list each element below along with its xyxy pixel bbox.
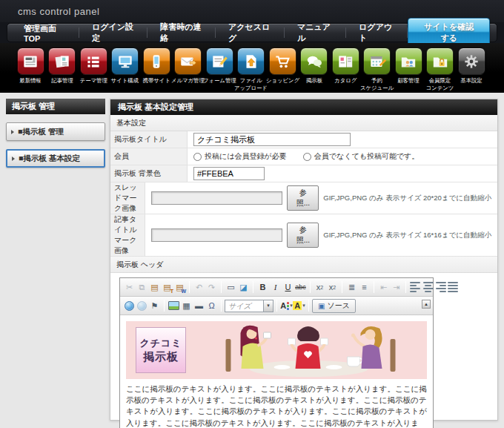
- source-icon: ▣: [318, 302, 325, 310]
- align-center-button[interactable]: [422, 281, 434, 294]
- mobile-phone-icon: [143, 47, 170, 75]
- italic-button[interactable]: I: [269, 281, 282, 294]
- nav-trouble-contact[interactable]: 障害時の連絡: [147, 22, 215, 44]
- iconbar-item-catalog[interactable]: カタログ: [330, 47, 362, 93]
- locked-folder-icon: [426, 47, 454, 75]
- iconbar-item-file-upload[interactable]: ファイルアップロード: [236, 47, 268, 93]
- chevron-down-icon[interactable]: ▾: [263, 300, 273, 312]
- iconbar-item-articles[interactable]: 記事管理: [47, 47, 79, 93]
- title-field-label: 掲示板タイトル: [110, 131, 188, 148]
- anchor-button[interactable]: ⚑: [148, 300, 161, 312]
- iconbar-item-forms[interactable]: フォーム管理: [204, 47, 236, 93]
- calendar-icon: [363, 47, 391, 75]
- member-required-radio[interactable]: [193, 153, 202, 161]
- title-mark-label: 記事タイトルマーク画像: [110, 214, 145, 256]
- unlink-button[interactable]: [136, 300, 148, 312]
- app-title: cms control panel: [18, 6, 99, 17]
- iconbar-item-mobile-site[interactable]: 携帯サイト: [141, 47, 173, 93]
- sidebar-item-bbs-manage[interactable]: ■掲示板 管理: [6, 122, 105, 141]
- unordered-list-button[interactable]: ≡: [358, 281, 371, 294]
- main-panel: 掲示板 基本設定管理 基本設定 掲示板タイトル 会員 投稿には会員登録が必要 会…: [110, 99, 498, 421]
- bbs-header-text[interactable]: ここに掲示板のテキストが入ります。ここに掲示板のテキストが入ります。ここに掲示板…: [126, 383, 427, 428]
- bbs-title-input[interactable]: [193, 133, 351, 146]
- catalog-icon: [332, 47, 359, 75]
- superscript-button[interactable]: x2: [326, 281, 339, 294]
- nav-login-settings[interactable]: ログイン設定: [79, 22, 147, 44]
- iconbar-item-themes[interactable]: テーマ管理: [78, 47, 110, 93]
- nav-manual[interactable]: マニュアル: [285, 22, 345, 44]
- source-button[interactable]: ▣ソース: [312, 299, 356, 313]
- member-not-required-label: 会員でなくても投稿可能です。: [314, 151, 420, 162]
- member-not-required-radio[interactable]: [303, 153, 311, 161]
- horizontal-rule-button[interactable]: ▬: [193, 300, 205, 312]
- paste-text-icon[interactable]: ▤T: [161, 281, 173, 294]
- bold-button[interactable]: B: [256, 281, 269, 294]
- bgcolor-input[interactable]: [193, 167, 265, 180]
- paste-icon[interactable]: ▤: [148, 281, 161, 294]
- bgcolor-field-label: 掲示板 背景色: [110, 165, 188, 182]
- underline-button[interactable]: U: [282, 281, 294, 294]
- thread-mark-label: スレッドマーク画像: [110, 182, 145, 214]
- title-mark-browse-button[interactable]: 参照...: [287, 223, 319, 248]
- link-button[interactable]: [123, 300, 136, 312]
- title-mark-note: GIF,JPG,PNG のみ 表示サイズ 16*16までに自動縮小: [323, 231, 491, 240]
- iconbar-item-customers[interactable]: 顧客管理: [393, 47, 425, 93]
- thread-mark-browse-button[interactable]: 参照...: [287, 185, 319, 211]
- member-field-label: 会員: [110, 148, 188, 165]
- align-right-button[interactable]: [434, 281, 447, 294]
- ordered-list-button[interactable]: ≣: [345, 281, 358, 294]
- remove-format-icon[interactable]: ◪: [237, 281, 250, 294]
- bg-color-button[interactable]: A▾: [293, 300, 305, 312]
- form-row-member: 会員 投稿には会員登録が必要 会員でなくても投稿可能です。: [110, 148, 497, 165]
- sidebar-title: 掲示板 管理: [6, 99, 105, 114]
- title-mark-file-field[interactable]: [151, 228, 282, 242]
- outdent-button[interactable]: ⇤: [377, 281, 390, 294]
- sidebar-item-bbs-basic-settings[interactable]: ■掲示板 基本設定: [6, 149, 105, 168]
- nav-access-log[interactable]: アクセスログ: [216, 22, 284, 44]
- table-button[interactable]: ▦: [180, 300, 193, 312]
- align-left-button[interactable]: [409, 281, 422, 294]
- iconbar-item-shopping[interactable]: ショッピング: [267, 47, 299, 93]
- iconbar-item-news[interactable]: 最新情報: [15, 47, 47, 93]
- toolbar-collapse-button[interactable]: ▲: [422, 300, 431, 309]
- module-icon-bar: 最新情報 記事管理 テーマ管理 サイト構成 携帯サイト メルマガ管理 フォーム管…: [0, 43, 504, 93]
- monitor-icon: [111, 47, 139, 75]
- nav-admin-top[interactable]: 管理画面TOP: [11, 23, 79, 43]
- banner-illustration: [186, 321, 427, 379]
- chevron-right-icon: [12, 157, 15, 161]
- copy-icon[interactable]: ⧉: [136, 281, 148, 294]
- cut-icon[interactable]: ✂: [123, 281, 136, 294]
- subscript-button[interactable]: x2: [314, 281, 326, 294]
- color-dots-icon: [287, 302, 289, 310]
- thread-mark-file-field[interactable]: [151, 191, 282, 205]
- articles-icon: [48, 47, 76, 75]
- justify-button[interactable]: [447, 281, 460, 294]
- special-char-button[interactable]: Ω: [205, 300, 218, 312]
- undo-icon[interactable]: ↶: [193, 281, 205, 294]
- strikethrough-button[interactable]: abc: [294, 281, 307, 294]
- page-title: 掲示板 基本設定管理: [110, 99, 497, 115]
- gear-icon: [458, 47, 485, 75]
- chevron-right-icon: [11, 130, 14, 134]
- iconbar-item-reservation-schedule[interactable]: 予約スケジュール: [362, 47, 394, 93]
- iconbar-item-members-only[interactable]: 会員限定コンテンツ: [425, 47, 457, 93]
- main-nav: 管理画面TOP ログイン設定 障害時の連絡 アクセスログ マニュアル ログアウト…: [7, 23, 497, 42]
- redo-icon[interactable]: ↷: [205, 281, 218, 294]
- nav-logout[interactable]: ログアウト: [346, 22, 407, 44]
- news-icon: [17, 47, 44, 75]
- file-upload-icon: [237, 47, 265, 75]
- iconbar-item-basic-settings[interactable]: 基本設定: [456, 47, 488, 93]
- select-all-icon[interactable]: ▭: [225, 281, 237, 294]
- member-required-label: 投稿には会員登録が必要: [205, 151, 287, 162]
- iconbar-item-newsletter[interactable]: メルマガ管理: [173, 47, 205, 93]
- paste-word-icon[interactable]: ▤W: [173, 281, 186, 294]
- editor-content[interactable]: クチコミ 掲示板: [120, 315, 433, 428]
- iconbar-item-site-structure[interactable]: サイト構成: [110, 47, 142, 93]
- iconbar-item-bbs[interactable]: 掲示板: [299, 47, 331, 93]
- image-button[interactable]: [168, 300, 180, 312]
- form-row-bgcolor: 掲示板 背景色: [110, 165, 497, 182]
- indent-button[interactable]: ⇥: [390, 281, 402, 294]
- font-size-select[interactable]: サイズ ▾: [225, 300, 273, 312]
- form-row-title-mark: 記事タイトルマーク画像 参照... GIF,JPG,PNG のみ 表示サイズ 1…: [110, 214, 497, 257]
- text-color-button[interactable]: A▾: [280, 300, 293, 312]
